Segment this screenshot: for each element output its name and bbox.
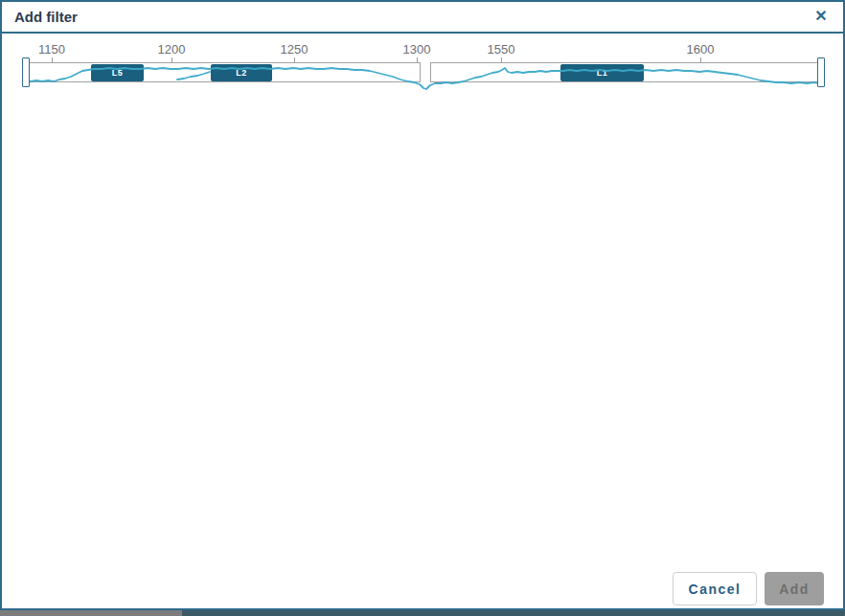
range-handle-right[interactable] <box>817 57 825 87</box>
add-filter-dialog: Add filter ✕ 115012001250130015501600L5L… <box>0 0 845 610</box>
axis-tick-label: 1300 <box>388 42 445 57</box>
axis-tick-label: 1550 <box>472 42 530 57</box>
dialog-title: Add filter <box>14 9 78 25</box>
axis-tick-mark <box>501 57 502 62</box>
dialog-header: Add filter ✕ <box>2 2 843 34</box>
backdrop-strip <box>0 610 845 616</box>
axis-tick-label: 1150 <box>23 42 80 57</box>
band-marker-l5[interactable]: L5 <box>91 64 144 81</box>
axis-tick-mark <box>700 57 701 62</box>
axis-tick-label: 1200 <box>143 42 200 57</box>
axis-tick-label: 1600 <box>672 42 729 57</box>
cancel-button[interactable]: Cancel <box>673 572 757 605</box>
close-icon[interactable]: ✕ <box>809 4 834 29</box>
range-handle-left[interactable] <box>22 57 30 87</box>
band-marker-l2[interactable]: L2 <box>211 64 272 81</box>
spectrum-trace-svg <box>2 2 845 616</box>
add-button[interactable]: Add <box>765 572 824 605</box>
axis-tick-mark <box>417 57 418 62</box>
spectrum-range-selector: 115012001250130015501600L5L2L1 <box>2 32 843 137</box>
axis-tick-mark <box>52 57 53 62</box>
band-marker-l1[interactable]: L1 <box>560 64 644 81</box>
axis-tick-mark <box>294 57 295 62</box>
axis-tick-mark <box>171 57 172 62</box>
axis-tick-label: 1250 <box>265 42 323 57</box>
